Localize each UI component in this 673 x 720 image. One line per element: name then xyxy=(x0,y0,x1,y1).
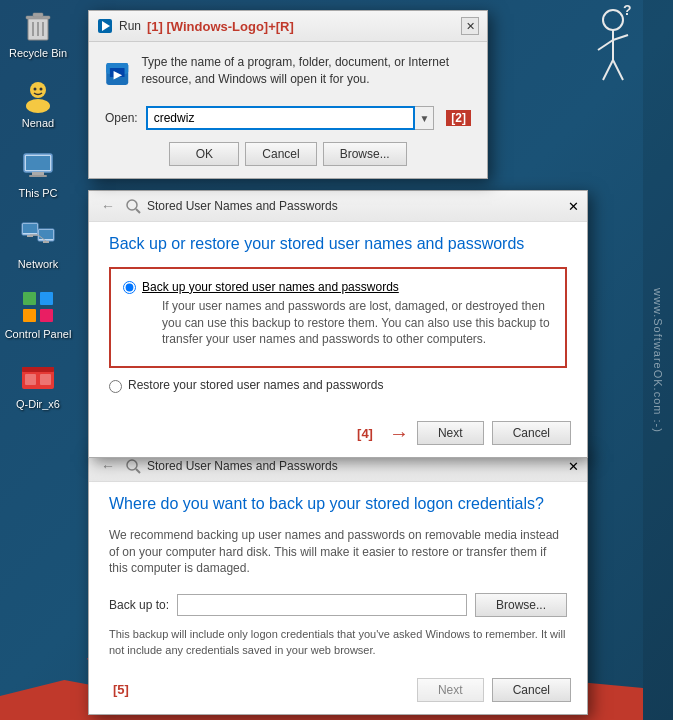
network-icon xyxy=(20,219,56,255)
svg-rect-15 xyxy=(23,224,37,233)
stored1-close-button[interactable]: ✕ xyxy=(568,199,579,214)
stored1-backup-option: Back up your stored user names and passw… xyxy=(123,279,553,348)
run-close-button[interactable]: ✕ xyxy=(461,17,479,35)
control-panel-icon xyxy=(20,289,56,325)
run-title-icon xyxy=(97,18,113,34)
stored2-annotation-5: [5] xyxy=(113,682,129,697)
svg-rect-2 xyxy=(33,13,43,17)
nenad-label: Nenad xyxy=(22,117,54,130)
stored2-heading: Where do you want to back up your stored… xyxy=(109,494,567,515)
stored1-search-icon xyxy=(125,198,141,214)
svg-rect-29 xyxy=(40,374,51,385)
desktop-icon-control-panel[interactable]: Control Panel xyxy=(3,289,73,341)
stored2-search-icon xyxy=(125,458,141,474)
svg-rect-11 xyxy=(26,156,50,170)
run-large-icon xyxy=(105,54,129,94)
stored1-back-arrow[interactable]: ← xyxy=(97,196,119,216)
this-pc-icon xyxy=(20,148,56,184)
stored1-backup-desc: If your user names and passwords are los… xyxy=(142,298,553,348)
svg-point-43 xyxy=(127,200,137,210)
stored2-footer: [5] Next Cancel xyxy=(89,670,587,714)
svg-rect-19 xyxy=(43,241,49,243)
q-dir-label: Q-Dir_x6 xyxy=(16,398,60,411)
svg-point-45 xyxy=(127,460,137,470)
svg-rect-13 xyxy=(29,175,47,177)
svg-line-34 xyxy=(603,60,613,80)
stored1-footer: [4] → Next Cancel xyxy=(89,413,587,457)
desktop-icons: Recycle Bin Nenad This PC xyxy=(0,0,76,419)
svg-point-9 xyxy=(40,88,43,91)
stored-dialog-1: ← Stored User Names and Passwords ✕ Back… xyxy=(88,190,588,458)
run-open-label: Open: xyxy=(105,111,138,125)
stored1-titlebar: ← Stored User Names and Passwords ✕ xyxy=(89,191,587,222)
run-browse-button[interactable]: Browse... xyxy=(323,142,407,166)
stored2-next-button[interactable]: Next xyxy=(417,678,484,702)
svg-rect-12 xyxy=(32,172,44,175)
svg-text:?: ? xyxy=(623,5,632,18)
svg-line-33 xyxy=(613,35,628,40)
stored-dialog-2: ← Stored User Names and Passwords ✕ Wher… xyxy=(88,450,588,715)
stored1-restore-option: Restore your stored user names and passw… xyxy=(109,378,567,393)
svg-rect-27 xyxy=(22,367,54,372)
svg-point-30 xyxy=(603,10,623,30)
desktop-icon-nenad[interactable]: Nenad xyxy=(3,78,73,130)
svg-rect-28 xyxy=(25,374,36,385)
run-cancel-button[interactable]: Cancel xyxy=(245,142,316,166)
desktop-icon-recycle-bin[interactable]: Recycle Bin xyxy=(3,8,73,60)
run-input-field[interactable] xyxy=(146,106,416,130)
svg-rect-22 xyxy=(23,292,36,305)
svg-line-35 xyxy=(613,60,623,80)
stored2-close-button[interactable]: ✕ xyxy=(568,459,579,474)
run-title-area: Run [1] [Windows-Logo]+[R] xyxy=(97,18,294,34)
stored1-annotation-4: [4] xyxy=(357,426,373,441)
run-ok-button[interactable]: OK xyxy=(169,142,239,166)
svg-point-6 xyxy=(30,82,46,98)
stored2-title-text: Stored User Names and Passwords xyxy=(147,459,338,473)
stored1-next-button[interactable]: Next xyxy=(417,421,484,445)
run-title-text: Run xyxy=(119,19,141,33)
watermark: www.SoftwareOK.com :-) xyxy=(643,0,673,720)
stored2-title-area: ← Stored User Names and Passwords xyxy=(97,456,338,476)
svg-rect-24 xyxy=(23,309,36,322)
svg-line-46 xyxy=(136,469,140,473)
desktop-icon-this-pc[interactable]: This PC xyxy=(3,148,73,200)
stored1-cancel-button[interactable]: Cancel xyxy=(492,421,571,445)
stored2-backup-row: Back up to: Browse... xyxy=(109,587,567,623)
stored2-back-arrow[interactable]: ← xyxy=(97,456,119,476)
desktop-icon-network[interactable]: Network xyxy=(3,219,73,271)
run-dropdown-arrow[interactable]: ▼ xyxy=(415,106,434,130)
stored1-restore-label: Restore your stored user names and passw… xyxy=(128,378,383,392)
svg-point-7 xyxy=(26,99,50,113)
network-label: Network xyxy=(18,258,58,271)
stored2-browse-button[interactable]: Browse... xyxy=(475,593,567,617)
stored1-arrow: → xyxy=(389,422,409,445)
run-instruction: Type the name of a program, folder, docu… xyxy=(141,54,471,88)
run-body: Type the name of a program, folder, docu… xyxy=(89,42,487,106)
stored1-heading: Back up or restore your stored user name… xyxy=(109,234,567,255)
stored2-backup-label: Back up to: xyxy=(109,598,169,612)
stored2-description: We recommend backing up user names and p… xyxy=(109,527,567,577)
control-panel-label: Control Panel xyxy=(5,328,72,341)
run-buttons: OK Cancel Browse... xyxy=(89,138,487,178)
stored2-backup-input[interactable] xyxy=(177,594,467,616)
stored2-cancel-button[interactable]: Cancel xyxy=(492,678,571,702)
svg-rect-25 xyxy=(40,309,53,322)
stored2-body: Where do you want to back up your stored… xyxy=(89,482,587,670)
recycle-bin-label: Recycle Bin xyxy=(9,47,67,60)
q-dir-icon xyxy=(20,359,56,395)
run-input-annotation: [2] xyxy=(446,110,471,126)
svg-line-32 xyxy=(598,40,613,50)
stored1-title-text: Stored User Names and Passwords xyxy=(147,199,338,213)
desktop-icon-q-dir[interactable]: Q-Dir_x6 xyxy=(3,359,73,411)
stored1-backup-radio[interactable] xyxy=(123,281,136,294)
stored1-title-area: ← Stored User Names and Passwords xyxy=(97,196,338,216)
figure-top-right: ? xyxy=(558,5,638,95)
stored1-backup-label: Back up your stored user names and passw… xyxy=(142,280,399,294)
svg-rect-23 xyxy=(40,292,53,305)
run-input-wrapper: ▼ xyxy=(146,106,435,130)
run-input-row: Open: ▼ [2] xyxy=(89,106,487,138)
run-title-annotation: [1] [Windows-Logo]+[R] xyxy=(147,19,294,34)
stored1-restore-radio[interactable] xyxy=(109,380,122,393)
run-titlebar: Run [1] [Windows-Logo]+[R] ✕ xyxy=(89,11,487,42)
stored2-note: This backup will include only logon cred… xyxy=(109,627,567,658)
